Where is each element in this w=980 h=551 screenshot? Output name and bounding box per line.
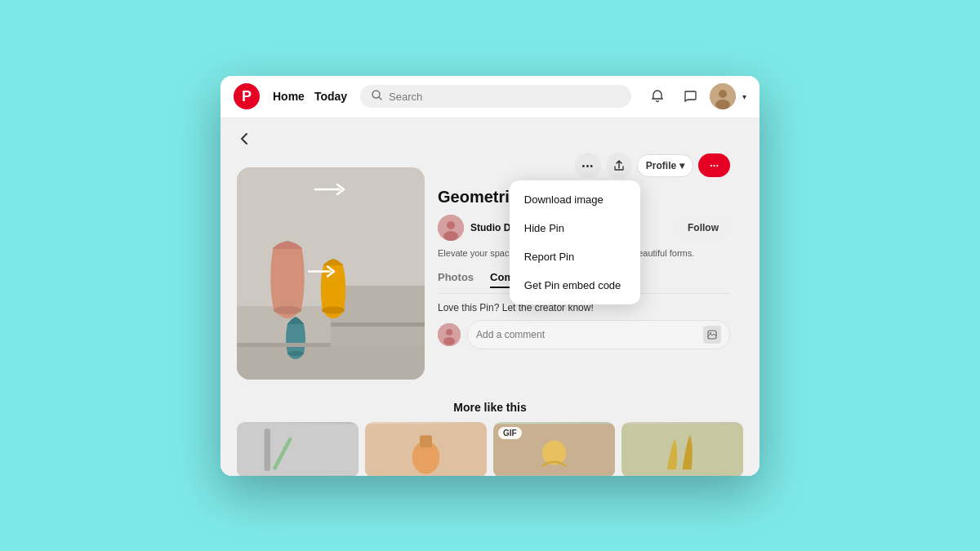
svg-rect-35 bbox=[621, 424, 743, 475]
save-button[interactable]: ··· bbox=[698, 153, 730, 177]
profile-chevron-icon: ▾ bbox=[679, 160, 684, 171]
arrow-top-icon bbox=[314, 182, 347, 201]
svg-rect-17 bbox=[237, 343, 331, 347]
dropdown-hide[interactable]: Hide Pin bbox=[510, 214, 640, 242]
creator-avatar bbox=[438, 215, 464, 241]
dropdown-download[interactable]: Download image bbox=[510, 185, 640, 214]
avatar[interactable] bbox=[710, 83, 736, 109]
svg-rect-27 bbox=[237, 424, 359, 475]
back-button[interactable] bbox=[237, 131, 252, 149]
dots-icon: ••• bbox=[582, 161, 595, 171]
navbar: P Home Today ▾ bbox=[220, 76, 760, 118]
more-card-1[interactable] bbox=[237, 422, 359, 476]
follow-button[interactable]: Follow bbox=[676, 217, 730, 238]
svg-point-12 bbox=[274, 306, 301, 314]
pin-detail: ••• Download image Hide Pin Report Pin G… bbox=[220, 118, 760, 393]
notification-button[interactable] bbox=[644, 83, 670, 109]
more-grid: GIF bbox=[237, 422, 743, 476]
more-section: More like this GIF bbox=[220, 393, 760, 476]
nav-icons: ▾ bbox=[644, 83, 746, 109]
svg-rect-18 bbox=[331, 322, 425, 327]
pin-image-wrapper bbox=[237, 167, 425, 380]
svg-point-3 bbox=[719, 90, 727, 98]
chat-button[interactable] bbox=[677, 83, 703, 109]
profile-button[interactable]: Profile ▾ bbox=[637, 154, 693, 177]
nav-home[interactable]: Home bbox=[273, 90, 305, 103]
svg-point-24 bbox=[443, 337, 455, 345]
nav-today[interactable]: Today bbox=[314, 90, 347, 103]
nav-links: Home Today bbox=[273, 90, 347, 103]
more-title: More like this bbox=[237, 401, 743, 414]
more-options-button[interactable]: ••• bbox=[575, 153, 601, 179]
tab-photos[interactable]: Photos bbox=[438, 271, 474, 288]
svg-point-20 bbox=[447, 221, 455, 229]
more-card-3[interactable]: GIF bbox=[493, 422, 615, 476]
browser-window: P Home Today ▾ bbox=[220, 76, 760, 476]
svg-point-4 bbox=[715, 100, 730, 109]
pin-info-panel: ••• Download image Hide Pin Report Pin G… bbox=[425, 151, 743, 380]
comment-image-button[interactable] bbox=[703, 326, 721, 344]
comment-input-row bbox=[438, 320, 730, 349]
dropdown-embed[interactable]: Get Pin embed code bbox=[510, 271, 640, 300]
pinterest-logo[interactable]: P bbox=[234, 83, 260, 109]
comment-avatar bbox=[438, 323, 461, 346]
chevron-down-icon[interactable]: ▾ bbox=[742, 92, 746, 101]
pin-actions-row: ••• Download image Hide Pin Report Pin G… bbox=[438, 151, 730, 180]
comment-input-wrapper[interactable] bbox=[467, 320, 730, 349]
share-button[interactable] bbox=[606, 153, 632, 179]
svg-rect-10 bbox=[237, 347, 425, 380]
dropdown-menu: Download image Hide Pin Report Pin Get P… bbox=[510, 180, 640, 304]
svg-point-21 bbox=[443, 231, 458, 241]
svg-point-14 bbox=[322, 306, 345, 313]
more-card-2[interactable] bbox=[365, 422, 487, 476]
search-input[interactable] bbox=[389, 91, 620, 103]
gif-badge: GIF bbox=[498, 427, 522, 439]
svg-point-16 bbox=[287, 351, 304, 356]
search-icon bbox=[372, 90, 382, 103]
comment-input[interactable] bbox=[476, 329, 703, 340]
dropdown-report[interactable]: Report Pin bbox=[510, 242, 640, 271]
svg-line-1 bbox=[379, 97, 381, 100]
profile-label: Profile bbox=[646, 160, 676, 171]
main-content: ••• Download image Hide Pin Report Pin G… bbox=[220, 118, 760, 476]
more-card-4[interactable] bbox=[621, 422, 743, 476]
comments-section: Love this Pin? Let the creator know! bbox=[438, 302, 730, 349]
arrow-mid-icon bbox=[308, 264, 337, 282]
search-bar[interactable] bbox=[360, 85, 631, 108]
more-options-wrapper: ••• Download image Hide Pin Report Pin G… bbox=[575, 153, 601, 179]
svg-rect-32 bbox=[420, 435, 432, 447]
svg-point-23 bbox=[446, 329, 452, 335]
